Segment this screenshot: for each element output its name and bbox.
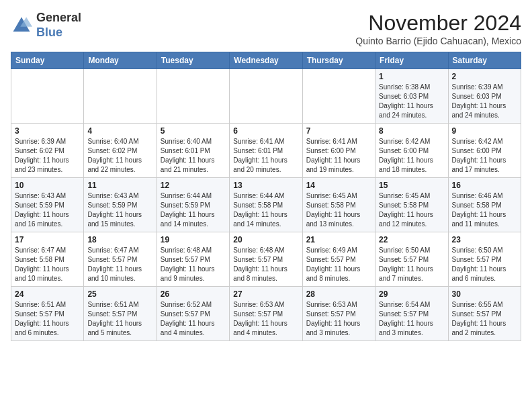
calendar-day-cell: 22Sunrise: 6:50 AM Sunset: 5:57 PM Dayli… [375, 232, 448, 287]
day-number: 16 [452, 181, 517, 190]
day-info: Sunrise: 6:52 AM Sunset: 5:57 PM Dayligh… [161, 300, 226, 338]
calendar-day-cell: 4Sunrise: 6:40 AM Sunset: 6:02 PM Daylig… [84, 124, 157, 178]
day-number: 5 [161, 126, 226, 136]
day-number: 2 [452, 72, 517, 81]
day-info: Sunrise: 6:55 AM Sunset: 5:57 PM Dayligh… [452, 300, 517, 338]
day-info: Sunrise: 6:43 AM Sunset: 5:59 PM Dayligh… [87, 191, 152, 229]
calendar-week-row: 10Sunrise: 6:43 AM Sunset: 5:59 PM Dayli… [11, 178, 521, 232]
day-number: 25 [87, 289, 152, 299]
page-header: General Blue November 2024 Quinto Barrio… [11, 11, 521, 46]
day-number: 14 [306, 181, 371, 190]
calendar-day-cell: 25Sunrise: 6:51 AM Sunset: 5:57 PM Dayli… [84, 287, 157, 341]
day-number: 21 [306, 235, 371, 244]
calendar-day-cell: 30Sunrise: 6:55 AM Sunset: 5:57 PM Dayli… [448, 287, 521, 341]
calendar-day-cell: 26Sunrise: 6:52 AM Sunset: 5:57 PM Dayli… [157, 287, 229, 341]
day-info: Sunrise: 6:41 AM Sunset: 6:00 PM Dayligh… [306, 137, 371, 175]
day-number: 22 [379, 235, 444, 244]
calendar-day-cell: 16Sunrise: 6:46 AM Sunset: 5:58 PM Dayli… [448, 178, 521, 232]
day-info: Sunrise: 6:51 AM Sunset: 5:57 PM Dayligh… [87, 300, 152, 338]
day-info: Sunrise: 6:39 AM Sunset: 6:02 PM Dayligh… [15, 137, 80, 175]
day-number: 7 [306, 126, 371, 136]
title-block: November 2024 Quinto Barrio (Ejido Cahua… [355, 11, 521, 46]
day-number: 27 [233, 289, 298, 299]
day-number: 13 [233, 181, 298, 190]
calendar-day-cell: 9Sunrise: 6:42 AM Sunset: 6:00 PM Daylig… [448, 124, 521, 178]
day-info: Sunrise: 6:38 AM Sunset: 6:03 PM Dayligh… [379, 83, 444, 120]
day-info: Sunrise: 6:53 AM Sunset: 5:57 PM Dayligh… [306, 300, 371, 338]
calendar-day-cell [230, 69, 302, 124]
day-of-week-header: Sunday [11, 52, 84, 69]
day-of-week-header: Thursday [302, 52, 375, 69]
day-info: Sunrise: 6:45 AM Sunset: 5:58 PM Dayligh… [306, 191, 371, 229]
day-of-week-header: Saturday [448, 52, 521, 69]
day-number: 3 [15, 126, 80, 136]
day-info: Sunrise: 6:48 AM Sunset: 5:57 PM Dayligh… [233, 246, 298, 283]
day-info: Sunrise: 6:48 AM Sunset: 5:57 PM Dayligh… [161, 246, 226, 283]
location-subtitle: Quinto Barrio (Ejido Cahuacan), Mexico [355, 36, 521, 46]
calendar-day-cell: 14Sunrise: 6:45 AM Sunset: 5:58 PM Dayli… [302, 178, 375, 232]
day-number: 10 [15, 181, 80, 190]
calendar-day-cell: 17Sunrise: 6:47 AM Sunset: 5:58 PM Dayli… [11, 232, 84, 287]
logo-blue: Blue [36, 26, 62, 39]
calendar-day-cell: 18Sunrise: 6:47 AM Sunset: 5:57 PM Dayli… [84, 232, 157, 287]
day-number: 20 [233, 235, 298, 244]
calendar-day-cell: 23Sunrise: 6:50 AM Sunset: 5:57 PM Dayli… [448, 232, 521, 287]
day-number: 23 [452, 235, 517, 244]
day-number: 26 [161, 289, 226, 299]
day-number: 29 [379, 289, 444, 299]
calendar-day-cell: 1Sunrise: 6:38 AM Sunset: 6:03 PM Daylig… [375, 69, 448, 124]
day-info: Sunrise: 6:41 AM Sunset: 6:01 PM Dayligh… [233, 137, 298, 175]
calendar-day-cell: 6Sunrise: 6:41 AM Sunset: 6:01 PM Daylig… [230, 124, 302, 178]
day-info: Sunrise: 6:42 AM Sunset: 6:00 PM Dayligh… [379, 137, 444, 175]
day-info: Sunrise: 6:45 AM Sunset: 5:58 PM Dayligh… [379, 191, 444, 229]
day-number: 11 [87, 181, 152, 190]
calendar-day-cell: 10Sunrise: 6:43 AM Sunset: 5:59 PM Dayli… [11, 178, 84, 232]
day-number: 12 [161, 181, 226, 190]
day-of-week-header: Wednesday [230, 52, 302, 69]
day-info: Sunrise: 6:43 AM Sunset: 5:59 PM Dayligh… [15, 191, 80, 229]
calendar-day-cell: 28Sunrise: 6:53 AM Sunset: 5:57 PM Dayli… [302, 287, 375, 341]
calendar-week-row: 1Sunrise: 6:38 AM Sunset: 6:03 PM Daylig… [11, 69, 521, 124]
day-info: Sunrise: 6:46 AM Sunset: 5:58 PM Dayligh… [452, 191, 517, 229]
calendar-day-cell: 15Sunrise: 6:45 AM Sunset: 5:58 PM Dayli… [375, 178, 448, 232]
calendar-day-cell: 3Sunrise: 6:39 AM Sunset: 6:02 PM Daylig… [11, 124, 84, 178]
day-number: 28 [306, 289, 371, 299]
day-number: 6 [233, 126, 298, 136]
calendar-day-cell: 8Sunrise: 6:42 AM Sunset: 6:00 PM Daylig… [375, 124, 448, 178]
day-number: 1 [379, 72, 444, 81]
day-number: 17 [15, 235, 80, 244]
day-number: 4 [87, 126, 152, 136]
day-info: Sunrise: 6:49 AM Sunset: 5:57 PM Dayligh… [306, 246, 371, 283]
day-of-week-header: Friday [375, 52, 448, 69]
calendar-week-row: 24Sunrise: 6:51 AM Sunset: 5:57 PM Dayli… [11, 287, 521, 341]
day-info: Sunrise: 6:42 AM Sunset: 6:00 PM Dayligh… [452, 137, 517, 175]
day-number: 8 [379, 126, 444, 136]
logo-icon [11, 15, 32, 36]
day-info: Sunrise: 6:47 AM Sunset: 5:58 PM Dayligh… [15, 246, 80, 283]
calendar-day-cell: 24Sunrise: 6:51 AM Sunset: 5:57 PM Dayli… [11, 287, 84, 341]
calendar-day-cell [84, 69, 157, 124]
month-title: November 2024 [355, 11, 521, 36]
calendar-day-cell: 29Sunrise: 6:54 AM Sunset: 5:57 PM Dayli… [375, 287, 448, 341]
calendar-day-cell [302, 69, 375, 124]
calendar-header-row: SundayMondayTuesdayWednesdayThursdayFrid… [11, 52, 521, 69]
day-of-week-header: Monday [84, 52, 157, 69]
day-info: Sunrise: 6:44 AM Sunset: 5:59 PM Dayligh… [161, 191, 226, 229]
day-info: Sunrise: 6:51 AM Sunset: 5:57 PM Dayligh… [15, 300, 80, 338]
calendar-day-cell: 5Sunrise: 6:40 AM Sunset: 6:01 PM Daylig… [157, 124, 229, 178]
calendar-week-row: 17Sunrise: 6:47 AM Sunset: 5:58 PM Dayli… [11, 232, 521, 287]
calendar-day-cell: 12Sunrise: 6:44 AM Sunset: 5:59 PM Dayli… [157, 178, 229, 232]
calendar-week-row: 3Sunrise: 6:39 AM Sunset: 6:02 PM Daylig… [11, 124, 521, 178]
calendar-day-cell [11, 69, 84, 124]
calendar-day-cell: 19Sunrise: 6:48 AM Sunset: 5:57 PM Dayli… [157, 232, 229, 287]
calendar-day-cell: 21Sunrise: 6:49 AM Sunset: 5:57 PM Dayli… [302, 232, 375, 287]
calendar-day-cell [157, 69, 229, 124]
day-number: 9 [452, 126, 517, 136]
calendar-day-cell: 2Sunrise: 6:39 AM Sunset: 6:03 PM Daylig… [448, 69, 521, 124]
day-info: Sunrise: 6:39 AM Sunset: 6:03 PM Dayligh… [452, 83, 517, 120]
day-info: Sunrise: 6:40 AM Sunset: 6:01 PM Dayligh… [161, 137, 226, 175]
day-number: 15 [379, 181, 444, 190]
day-info: Sunrise: 6:50 AM Sunset: 5:57 PM Dayligh… [452, 246, 517, 283]
calendar-day-cell: 7Sunrise: 6:41 AM Sunset: 6:00 PM Daylig… [302, 124, 375, 178]
day-info: Sunrise: 6:40 AM Sunset: 6:02 PM Dayligh… [87, 137, 152, 175]
